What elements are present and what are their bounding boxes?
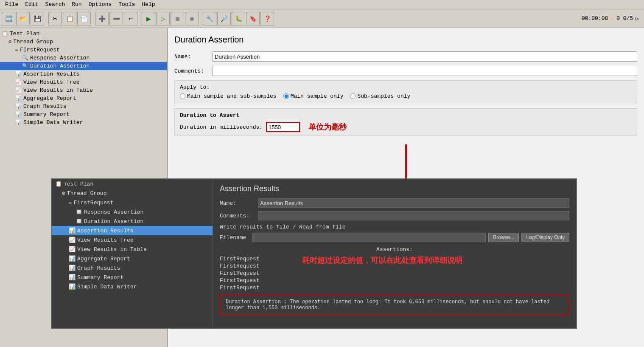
assertion-item-4: FirstRequest [220,277,260,284]
toolbar-shutdown[interactable]: ⏺ [185,12,199,25]
overlay-tree-view-results-table[interactable]: 📈 View Results in Table [52,245,213,254]
overlay-tree-label-view-results-tree: View Results Tree [77,237,134,243]
assertion-items-left: FirstRequest FirstRequest FirstRequest F… [220,255,260,291]
overlay-name-input[interactable] [258,198,569,208]
first-request-icon: ✏ [15,47,18,53]
overlay-comments-input[interactable] [258,211,569,220]
tree-item-simple-data-writer[interactable]: 📊 Simple Data Writer [0,118,167,127]
overlay-tree-label-thread-group: Thread Group [67,190,107,197]
tree-item-graph-results[interactable]: 📊 Graph Results [0,102,167,110]
tree-item-thread-group[interactable]: ⊙ Thread Group [0,38,167,46]
radio-main-only-label: Main sample only [291,93,344,99]
overlay-tree-graph-results[interactable]: 📊 Graph Results [52,263,213,273]
overlay-left-tree: 📋 Test Plan ⚙ Thread Group ✏ FirstReques… [52,179,213,328]
toolbar-tools[interactable]: 🔧 [203,12,216,25]
overlay-tree-duration-assertion[interactable]: 🔲 Duration Assertion [52,217,213,226]
duration-assertion-icon: 🔍 [22,63,28,69]
overlay-comments-label: Comments: [220,213,258,219]
toolbar-remove[interactable]: ➖ [109,12,123,25]
menu-search[interactable]: Search [42,0,68,8]
toolbar-add[interactable]: ➕ [95,12,109,25]
overlay-panel-title: Assertion Results [220,184,569,193]
menu-options[interactable]: Options [85,0,115,8]
toolbar-help[interactable]: ❓ [260,12,274,25]
tree-item-view-results-tree[interactable]: 📈 View Results Tree [0,78,167,86]
toolbar-paste[interactable]: 📄 [77,12,91,25]
radio-sub-only-input[interactable] [350,93,356,99]
overlay-simple-data-writer-icon: 📊 [69,283,76,290]
menu-edit[interactable]: Edit [22,0,42,8]
menu-file[interactable]: File [2,0,22,8]
tree-item-duration-assertion[interactable]: 🔍 Duration Assertion [0,62,167,70]
toolbar-search[interactable]: 🔎 [217,12,231,25]
tree-label-duration-assertion: Duration Assertion [30,63,90,69]
tree-item-response-assertion[interactable]: 🔍 Response Assertion [0,54,167,62]
toolbar-time-value: 00:00:08 [582,15,608,22]
overlay-first-request-icon: ✏ [69,199,72,206]
overlay-tree-label-assertion-results: Assertion Results [77,228,134,234]
radio-main-sub-input[interactable] [180,93,185,99]
toolbar-undo[interactable]: ↩ [124,12,137,25]
overlay-tree-simple-data-writer[interactable]: 📊 Simple Data Writer [52,282,213,291]
toolbar-new[interactable]: 🆕 [2,12,15,25]
tree-item-aggregate-report[interactable]: 📊 Aggregate Report [0,94,167,102]
overlay-tree-first-request[interactable]: ✏ FirstRequest [52,198,213,207]
tree-item-test-plan[interactable]: 📋 Test Plan [0,30,167,38]
duration-label: Duration in milliseconds: [180,124,263,130]
view-results-table-icon: 📈 [15,87,22,93]
overlay-filename-row: Filename Browse... Log/Display Only [220,233,569,242]
radio-main-only-input[interactable] [283,93,289,99]
overlay-annotation: 耗时超过设定的值，可以在此处查看到详细说明 [302,255,462,265]
tree-label-graph-results: Graph Results [23,103,66,110]
response-assertion-icon: 🔍 [22,55,28,61]
overlay-tree-test-plan[interactable]: 📋 Test Plan [52,179,213,189]
overlay-duration-assertion-icon: 🔲 [76,218,82,225]
toolbar-copy[interactable]: 📋 [63,12,76,25]
tree-item-view-results-table[interactable]: 📈 View Results in Table [0,86,167,94]
tree-item-assertion-results[interactable]: 📊 Assertion Results [0,70,167,78]
radio-sub-only[interactable]: Sub-samples only [350,93,410,99]
toolbar-debug[interactable]: 🐛 [232,12,245,25]
duration-input[interactable] [266,122,300,132]
overlay-tree-view-results-tree[interactable]: 📈 View Results Tree [52,235,213,245]
test-plan-icon: 📋 [2,31,8,37]
overlay-tree-label-test-plan: Test Plan [64,181,93,187]
toolbar-bookmark[interactable]: 🔖 [246,12,260,25]
radio-main-sub[interactable]: Main sample and sub-samples [180,93,277,99]
toolbar-start-no-pause[interactable]: ▷ [156,12,170,25]
menu-help[interactable]: Help [138,0,158,8]
menu-tools[interactable]: Tools [115,0,138,8]
radio-main-only[interactable]: Main sample only [283,93,344,99]
comments-input[interactable] [213,66,637,76]
overlay-tree-assertion-results[interactable]: 📊 Assertion Results [52,226,213,235]
comments-label: Comments: [174,68,213,74]
duration-row: Duration in milliseconds: 单位为毫秒 [180,122,632,132]
error-box: Duration Assertion : The operation laste… [220,295,569,315]
toolbar-start[interactable]: ▶ [142,12,155,25]
toolbar-save[interactable]: 💾 [31,12,44,25]
overlay-tree-response-assertion[interactable]: 🔲 Response Assertion [52,207,213,217]
toolbar-stop[interactable]: ⏹ [171,12,184,25]
tree-label-summary-report: Summary Report [23,111,70,118]
tree-label-assertion-results: Assertion Results [23,71,80,77]
assertion-results-icon: 📊 [15,71,22,77]
name-input[interactable] [213,51,637,62]
duration-title: Duration to Assert [180,112,632,118]
toolbar-cut[interactable]: ✂ [48,12,62,25]
overlay-filename-input[interactable] [252,233,486,242]
toolbar-open[interactable]: 📂 [16,12,30,25]
tree-item-first-request[interactable]: ✏ FIrstRequest [0,46,167,54]
overlay-tree-aggregate-report[interactable]: 📊 Aggregate Report [52,254,213,263]
tree-item-summary-report[interactable]: 📊 Summary Report [0,110,167,118]
overlay-tree-summary-report[interactable]: 📊 Summary Report [52,273,213,282]
overlay-tree-label-response-assertion: Response Assertion [84,209,143,215]
assertions-header: Assertions: [220,246,569,253]
overlay-browse-button[interactable]: Browse... [488,233,519,242]
overlay-log-button[interactable]: Log/Display Only [521,233,569,242]
overlay-tree-label-simple-data-writer: Simple Data Writer [77,284,137,290]
overlay-response-assertion-icon: 🔲 [76,209,82,215]
menu-run[interactable]: Run [68,0,85,8]
overlay-tree-thread-group[interactable]: ⚙ Thread Group [52,189,213,198]
duration-annotation: 单位为毫秒 [308,122,347,132]
radio-group: Main sample and sub-samples Main sample … [180,93,632,99]
